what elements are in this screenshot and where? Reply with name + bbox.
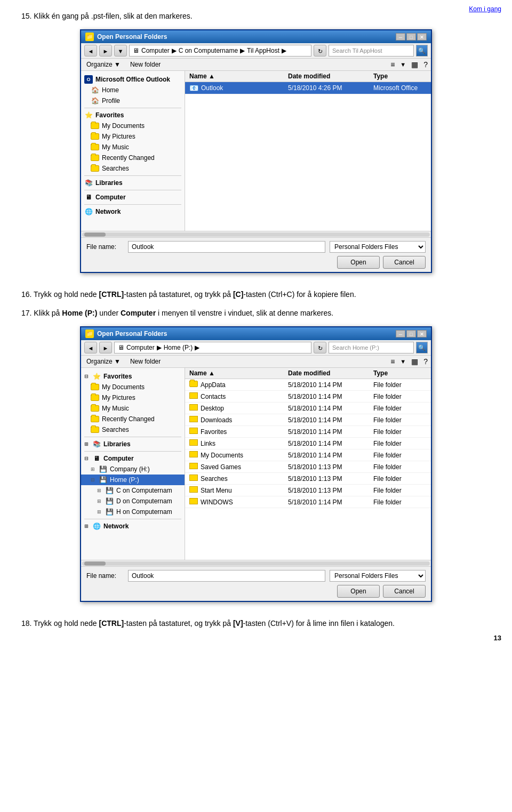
dialog2-path-bar[interactable]: 🖥 Computer ▶ Home (P:) ▶ (114, 342, 311, 353)
dialog2-open-btn[interactable]: Open (337, 585, 380, 598)
dialog1-dropdown-btn[interactable]: ▼ (114, 45, 127, 57)
dialog2-scrollbar-h[interactable] (81, 560, 431, 566)
top-link[interactable]: Kom i gang (469, 5, 501, 13)
sidebar2-c-computernam[interactable]: ⊞ 💾 C on Computernam (81, 485, 185, 496)
sidebar1-mydocs[interactable]: My Documents (81, 120, 185, 131)
dialog2-row-mydocuments[interactable]: My Documents 5/18/2010 1:14 PM File fold… (185, 449, 431, 461)
dialog1-row-outlook[interactable]: 📧 Outlook 5/18/2010 4:26 PM Microsoft Of… (185, 82, 431, 94)
dialog1-search-bar[interactable]: Search Til AppHost (329, 45, 414, 57)
sidebar2-d-arrow[interactable]: ⊞ (97, 499, 102, 504)
sidebar2-mypics[interactable]: My Pictures (81, 392, 185, 403)
dialog2-view-icon1[interactable]: ≡ (390, 357, 395, 366)
sidebar2-libraries[interactable]: ⊞ 📚 Libraries (81, 439, 185, 449)
sidebar2-company-h[interactable]: ⊞ 💾 Company (H:) (81, 464, 185, 475)
dialog1-path-segment1[interactable]: Computer (141, 47, 170, 54)
dialog2-scrollbar-thumb[interactable] (84, 561, 106, 566)
dialog2-row-links[interactable]: Links 5/18/2010 1:14 PM File folder (185, 438, 431, 449)
sidebar2-d-computernam[interactable]: ⊞ 💾 D on Computernam (81, 496, 185, 507)
dialog2-forward-btn[interactable]: ► (99, 342, 112, 353)
dialog2-row-contacts[interactable]: Contacts 5/18/2010 1:14 PM File folder (185, 391, 431, 403)
sidebar1-outlook[interactable]: O Microsoft Office Outlook (81, 74, 185, 85)
dialog1-help-icon[interactable]: ? (423, 60, 428, 69)
dialog1-new-folder-btn[interactable]: New folder (128, 60, 163, 69)
dialog1-organize-btn[interactable]: Organize ▼ (84, 60, 123, 69)
dialog2-row-windows[interactable]: WINDOWS 5/18/2010 1:14 PM File folder (185, 496, 431, 508)
dialog2-organize-btn[interactable]: Organize ▼ (84, 357, 123, 366)
dialog2-help-icon[interactable]: ? (423, 357, 428, 366)
dialog2-minimize-btn[interactable]: ─ (396, 330, 405, 337)
dialog1-path-segment3[interactable]: Til AppHost (247, 47, 279, 54)
dialog1-view-icon1[interactable]: ≡ (390, 60, 395, 69)
dialog1-back-btn[interactable]: ◄ (84, 45, 97, 57)
dialog2-path-segment1[interactable]: Computer (126, 344, 155, 351)
dialog2-view-arrow[interactable]: ▼ (400, 358, 406, 365)
dialog1-close-btn[interactable]: ✕ (417, 33, 427, 41)
dialog1-col-type[interactable]: Type (373, 73, 427, 80)
dialog2-row-searches[interactable]: Searches 5/18/2010 1:13 PM File folder (185, 473, 431, 485)
dialog2-row-downloads[interactable]: Downloads 5/18/2010 1:14 PM File folder (185, 414, 431, 426)
dialog1-scrollbar-h[interactable] (81, 231, 431, 237)
dialog1-view-icon2[interactable]: ▦ (411, 60, 418, 69)
dialog1-view-arrow[interactable]: ▼ (400, 61, 406, 68)
dialog2-path-segment2[interactable]: Home (P:) (164, 344, 193, 351)
dialog2-col-name[interactable]: Name ▲ (189, 369, 288, 377)
dialog1-minimize-btn[interactable]: ─ (396, 33, 405, 41)
dialog1-forward-btn[interactable]: ► (99, 45, 112, 57)
sidebar2-computer-arrow[interactable]: ⊟ (84, 456, 90, 461)
sidebar1-profile[interactable]: 🏠 Profile (81, 95, 185, 106)
dialog1-scrollbar-thumb[interactable] (84, 232, 106, 237)
sidebar1-computer[interactable]: 🖥 Computer (81, 192, 185, 203)
dialog2-refresh-btn[interactable]: ↻ (314, 342, 326, 353)
sidebar2-network-arrow[interactable]: ⊞ (84, 524, 90, 529)
sidebar1-home[interactable]: 🏠 Home (81, 85, 185, 95)
dialog2-view-icon2[interactable]: ▦ (411, 357, 418, 366)
sidebar1-searches[interactable]: Searches (81, 163, 185, 174)
dialog2-search-bar[interactable]: Search Home (P:) (329, 342, 414, 353)
sidebar2-h-computernam[interactable]: ⊞ 💾 H on Computernam (81, 507, 185, 517)
sidebar2-favorites[interactable]: ⊟ ⭐ Favorites (81, 371, 185, 382)
dialog2-row-appdata[interactable]: AppData 5/18/2010 1:14 PM File folder (185, 379, 431, 391)
sidebar2-libraries-arrow[interactable]: ⊞ (84, 441, 90, 447)
dialog2-cancel-btn[interactable]: Cancel (383, 585, 426, 598)
dialog2-close-btn[interactable]: ✕ (417, 330, 427, 337)
sidebar1-mymusic[interactable]: My Music (81, 142, 185, 152)
sidebar2-mymusic[interactable]: My Music (81, 403, 185, 414)
sidebar1-recentlychanged[interactable]: Recently Changed (81, 152, 185, 163)
dialog1-col-name[interactable]: Name ▲ (189, 73, 288, 80)
sidebar2-home-p[interactable]: ⊟ 💾 Home (P:) (81, 475, 185, 485)
sidebar2-h-arrow[interactable]: ⊞ (97, 509, 102, 514)
dialog1-col-date[interactable]: Date modified (288, 73, 373, 80)
sidebar2-computer[interactable]: ⊟ 🖥 Computer (81, 453, 185, 464)
dialog2-row-startmenu[interactable]: Start Menu 5/18/2010 1:13 PM File folder (185, 485, 431, 496)
sidebar2-searches[interactable]: Searches (81, 424, 185, 435)
dialog1-filetype-select[interactable]: Personal Folders Files (330, 241, 426, 253)
dialog1-path-bar[interactable]: 🖥 Computer ▶ C on Computername ▶ Til App… (129, 45, 311, 57)
dialog2-filetype-select[interactable]: Personal Folders Files (330, 570, 426, 582)
sidebar2-company-arrow[interactable]: ⊞ (91, 467, 96, 472)
sidebar2-c-arrow[interactable]: ⊞ (97, 488, 102, 493)
dialog2-row-favorites[interactable]: Favorites 5/18/2010 1:14 PM File folder (185, 426, 431, 438)
dialog2-row-savedgames[interactable]: Saved Games 5/18/2010 1:13 PM File folde… (185, 461, 431, 473)
sidebar2-recentlychanged[interactable]: Recently Changed (81, 414, 185, 424)
dialog1-cancel-btn[interactable]: Cancel (383, 256, 426, 269)
dialog1-path-segment2[interactable]: C on Computername (179, 47, 238, 54)
sidebar1-network[interactable]: 🌐 Network (81, 206, 185, 217)
dialog1-filename-input[interactable] (128, 241, 325, 253)
sidebar1-mypics[interactable]: My Pictures (81, 131, 185, 142)
dialog2-filename-input[interactable] (128, 570, 325, 582)
dialog2-maximize-btn[interactable]: □ (406, 330, 416, 337)
dialog2-new-folder-btn[interactable]: New folder (128, 357, 163, 366)
sidebar2-home-arrow[interactable]: ⊟ (91, 477, 96, 483)
dialog1-refresh-btn[interactable]: ↻ (314, 45, 326, 57)
sidebar2-network[interactable]: ⊞ 🌐 Network (81, 521, 185, 532)
dialog1-open-btn[interactable]: Open (337, 256, 380, 269)
dialog2-search-btn[interactable]: 🔍 (416, 342, 428, 353)
dialog2-row-desktop[interactable]: Desktop 5/18/2010 1:14 PM File folder (185, 403, 431, 414)
dialog2-back-btn[interactable]: ◄ (84, 342, 97, 353)
dialog2-col-type[interactable]: Type (373, 369, 427, 377)
sidebar1-libraries[interactable]: 📚 Libraries (81, 178, 185, 188)
dialog1-maximize-btn[interactable]: □ (406, 33, 416, 41)
sidebar2-favorites-arrow[interactable]: ⊟ (84, 374, 90, 379)
dialog1-search-btn[interactable]: 🔍 (416, 45, 428, 57)
dialog2-col-date[interactable]: Date modified (288, 369, 373, 377)
